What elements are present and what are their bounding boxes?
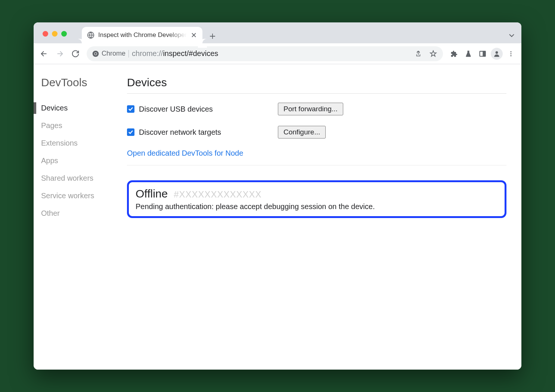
sidepanel-button[interactable] (476, 47, 489, 60)
window-minimize-button[interactable] (52, 31, 58, 37)
discover-network-label: Discover network targets (139, 128, 273, 137)
svg-point-8 (511, 51, 512, 52)
back-button[interactable] (37, 47, 51, 60)
discover-usb-label: Discover USB devices (139, 105, 273, 113)
sidebar-title: DevTools (41, 76, 127, 89)
sidebar-item-pages[interactable]: Pages (41, 117, 127, 134)
forward-button[interactable] (53, 47, 66, 60)
discover-network-checkbox[interactable] (127, 128, 134, 136)
device-hash: #XXXXXXXXXXXXX (174, 189, 261, 200)
url-text: chrome://inspect/#devices (132, 49, 409, 58)
browser-tab[interactable]: Inspect with Chrome Developer (82, 27, 202, 43)
svg-point-3 (94, 53, 96, 55)
sidebar-item-devices[interactable]: Devices (41, 99, 127, 117)
sidebar-item-other[interactable]: Other (41, 205, 127, 222)
window-maximize-button[interactable] (61, 31, 67, 37)
extensions-button[interactable] (447, 47, 461, 60)
pending-auth-message: Pending authentication: please accept de… (136, 202, 498, 211)
sidebar-item-apps[interactable]: Apps (41, 152, 127, 169)
divider (127, 93, 506, 94)
reload-button[interactable] (69, 47, 82, 60)
tab-title: Inspect with Chrome Developer (98, 31, 187, 39)
traffic-lights (38, 31, 67, 43)
discover-network-row: Discover network targets Configure... (127, 126, 506, 139)
svg-point-9 (511, 53, 512, 54)
profile-button[interactable] (490, 47, 503, 60)
tab-bar: Inspect with Chrome Developer (34, 22, 521, 43)
open-node-devtools-link[interactable]: Open dedicated DevTools for Node (127, 149, 506, 158)
discover-usb-checkbox[interactable] (127, 105, 134, 113)
sidebar-item-service-workers[interactable]: Service workers (41, 187, 127, 205)
toolbar: Chrome chrome://inspect/#devices (34, 43, 521, 64)
device-status-header: Offline #XXXXXXXXXXXXX (136, 187, 498, 200)
bookmark-button[interactable] (427, 47, 440, 60)
main-panel: Devices Discover USB devices Port forwar… (127, 64, 521, 370)
labs-button[interactable] (462, 47, 475, 60)
sidebar: DevTools Devices Pages Extensions Apps S… (34, 64, 127, 370)
tabs-dropdown-button[interactable] (509, 34, 515, 37)
omnibox-divider (128, 50, 129, 57)
device-status-box: Offline #XXXXXXXXXXXXX Pending authentic… (127, 180, 506, 218)
sidebar-item-extensions[interactable]: Extensions (41, 134, 127, 152)
port-forwarding-button[interactable]: Port forwarding... (278, 103, 343, 115)
address-bar[interactable]: Chrome chrome://inspect/#devices (87, 46, 443, 61)
new-tab-button[interactable] (209, 33, 216, 43)
offline-status-label: Offline (136, 187, 168, 200)
site-info-label: Chrome (102, 50, 125, 57)
tab-close-button[interactable] (190, 32, 197, 38)
discover-usb-row: Discover USB devices Port forwarding... (127, 103, 506, 115)
site-info[interactable]: Chrome (90, 50, 125, 57)
page-content: DevTools Devices Pages Extensions Apps S… (34, 64, 521, 370)
main-title: Devices (127, 76, 506, 89)
browser-window: Inspect with Chrome Developer (34, 22, 521, 370)
svg-rect-6 (483, 51, 486, 56)
divider (127, 165, 506, 165)
globe-icon (87, 31, 94, 39)
share-button[interactable] (412, 47, 425, 60)
chrome-icon (92, 50, 99, 57)
menu-button[interactable] (504, 47, 518, 60)
svg-point-10 (511, 55, 512, 56)
sidebar-item-shared-workers[interactable]: Shared workers (41, 169, 127, 187)
svg-point-7 (496, 51, 498, 54)
configure-button[interactable]: Configure... (278, 126, 326, 139)
window-close-button[interactable] (43, 31, 48, 37)
